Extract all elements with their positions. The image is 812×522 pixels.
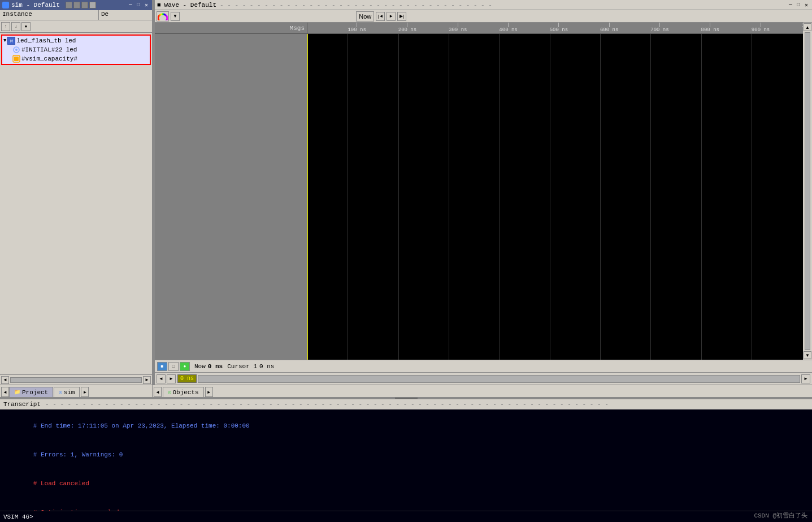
wave-toolbar-btn3[interactable]: ► <box>387 12 396 21</box>
sim-tabs: 📁 Project ◎ sim <box>9 387 80 397</box>
wave-window-controls: ─ □ ✕ <box>787 2 810 8</box>
wave-canvas[interactable] <box>307 34 812 360</box>
tree-item-design-tb: led <box>65 37 76 44</box>
sim-maximize[interactable]: □ <box>135 2 142 8</box>
tick-label-300: 300 ns <box>449 27 467 33</box>
wave-hscroll-track[interactable] <box>198 375 800 383</box>
sim-btn3[interactable] <box>81 2 88 8</box>
transcript-input[interactable] <box>36 514 809 520</box>
wave-restore[interactable]: □ <box>795 2 802 8</box>
tick-line-500 <box>558 23 559 27</box>
sim-hscroll-track[interactable] <box>10 377 142 383</box>
tree-selected-group[interactable]: ▼ M led_flash_tb led <box>1 34 151 65</box>
tab-project[interactable]: 📁 Project <box>9 387 53 397</box>
tick-label-900: 900 ns <box>752 27 770 33</box>
wave-status-bar: ■ □ ● Now 0 ns Cursor 1 0 ns <box>155 360 812 372</box>
tree-item-design-initial: led <box>66 46 77 53</box>
wave-close[interactable]: ✕ <box>803 2 810 8</box>
tick-200: 200 ns <box>398 23 416 33</box>
wave-status-btn1[interactable]: ■ <box>157 362 167 371</box>
sim-scroll-tab-right[interactable]: ► <box>81 387 89 397</box>
transcript-content[interactable]: # End time: 17:11:05 on Apr 23,2023, Ela… <box>0 409 812 511</box>
sim-scroll-right[interactable]: ► <box>143 376 151 384</box>
tab-sim-label: sim <box>64 389 75 396</box>
wave-now-btn[interactable]: Now <box>356 11 374 21</box>
grid-line-3 <box>449 34 449 360</box>
wave-minimize[interactable]: ─ <box>787 2 794 8</box>
wave-toolbar: ▼ Now |◄ ► ▶| <box>155 10 812 23</box>
wave-title-left: ■ Wave - Default - - - - - - - - - - - -… <box>157 2 492 8</box>
wave-scroll-up[interactable]: ▲ <box>804 23 811 31</box>
sim-toolbar-btn2[interactable]: ↓ <box>11 22 20 31</box>
sim-minimize[interactable]: ─ <box>127 2 134 8</box>
wave-signal-list[interactable] <box>155 34 307 360</box>
wave-icon: ■ <box>157 2 161 8</box>
rainbow-svg <box>158 12 168 20</box>
svg-point-1 <box>15 49 18 51</box>
sim-toolbar-btn1[interactable]: ↑ <box>1 22 10 31</box>
wave-title-dashes: - - - - - - - - - - - - - - - - - - - - … <box>220 2 492 8</box>
tick-label-500: 500 ns <box>550 27 568 33</box>
tree-item-label-initial: #INITIAL#22 <box>21 46 63 53</box>
wave-scroll-tab-left[interactable]: ◄ <box>154 387 162 397</box>
capacity-svg <box>12 55 20 63</box>
wave-vscrollbar[interactable]: ▲ ▼ <box>803 23 812 360</box>
grid-line-1 <box>348 34 348 360</box>
transcript-line-1: # Errors: 1, Warnings: 0 <box>3 441 809 469</box>
sim-btn4[interactable] <box>89 2 96 8</box>
tree-item-initial[interactable]: #INITIAL#22 led <box>12 46 149 54</box>
wave-toolbar-btn2[interactable]: |◄ <box>376 12 385 21</box>
tab-sim[interactable]: ◎ sim <box>54 387 80 397</box>
wave-toolbar-btn4[interactable]: ▶| <box>397 12 406 21</box>
tick-300: 300 ns <box>449 23 467 33</box>
wave-bottom-btn1[interactable]: ◄ <box>157 374 166 383</box>
tree-item-label-capacity: #vsim_capacity# <box>21 55 77 62</box>
sim-btn2[interactable] <box>73 2 80 8</box>
wave-scroll-down[interactable]: ▼ <box>804 351 811 359</box>
tick-400: 400 ns <box>499 23 517 33</box>
tree-item-capacity[interactable]: #vsim_capacity# <box>12 55 149 63</box>
wave-scroll-tab-right[interactable]: ► <box>205 387 213 397</box>
wave-hscroll-right[interactable]: ► <box>801 374 810 383</box>
wave-status-btn2[interactable]: □ <box>168 362 179 371</box>
sim-titlebar: sim - Default ─ □ ✕ <box>0 0 152 10</box>
grid-line-8 <box>701 34 702 360</box>
tree-item-label-tb: led_flash_tb <box>16 37 61 44</box>
wave-ruler-inner: 100 ns 200 ns 300 ns <box>307 23 812 33</box>
wave-now-display: Now 0 ns <box>194 363 223 370</box>
transcript-titlebar: Transcript - - - - - - - - - - - - - - -… <box>0 399 812 409</box>
grid-line-5 <box>550 34 550 360</box>
wave-bottom-bar: ◄ ► 0 ns ► <box>155 372 812 385</box>
tick-500: 500 ns <box>550 23 568 33</box>
sim-scroll-tab-left[interactable]: ◄ <box>1 387 9 397</box>
sim-hscrollbar[interactable]: ◄ ► <box>0 374 152 385</box>
tree-item-led-flash-tb[interactable]: ▼ M led_flash_tb led <box>3 37 149 45</box>
tab-objects-icon: ◎ <box>168 389 171 395</box>
tick-label-100: 100 ns <box>348 27 366 33</box>
transcript-input-row[interactable]: VSIM 46> <box>0 511 812 522</box>
tab-objects[interactable]: ◎ Objects <box>163 387 204 397</box>
wave-ruler: 100 ns 200 ns 300 ns <box>307 23 812 34</box>
tick-label-200: 200 ns <box>398 27 416 33</box>
sim-tab-bar: ◄ 📁 Project ◎ sim ► <box>0 385 153 397</box>
msgs-label: Msgs <box>290 25 305 32</box>
tick-line-800 <box>710 23 710 27</box>
wave-vscroll-track[interactable] <box>805 32 810 350</box>
sim-toolbar-btn3[interactable]: ● <box>21 22 31 31</box>
wave-toolbar-btn1[interactable]: ▼ <box>171 12 180 21</box>
wave-names-panel: Msgs <box>155 23 307 360</box>
tick-line-400 <box>508 23 509 27</box>
tab-objects-label: Objects <box>172 389 198 396</box>
wave-color-icon[interactable] <box>157 11 169 21</box>
wave-bottom-btn2[interactable]: ► <box>167 374 176 383</box>
expand-icon[interactable]: ▼ <box>3 38 6 44</box>
tick-label-600: 600 ns <box>600 27 618 33</box>
sim-btn1[interactable] <box>66 2 72 8</box>
sim-col-headers: Instance De <box>0 10 152 20</box>
wave-status-btn3[interactable]: ● <box>180 362 190 371</box>
transcript-line-3: # Optimization canceled <box>3 498 809 511</box>
sim-close[interactable]: ✕ <box>143 2 150 8</box>
grid-line-9 <box>752 34 752 360</box>
wave-status-buttons: ■ □ ● <box>157 362 190 371</box>
sim-scroll-left[interactable]: ◄ <box>1 376 9 384</box>
